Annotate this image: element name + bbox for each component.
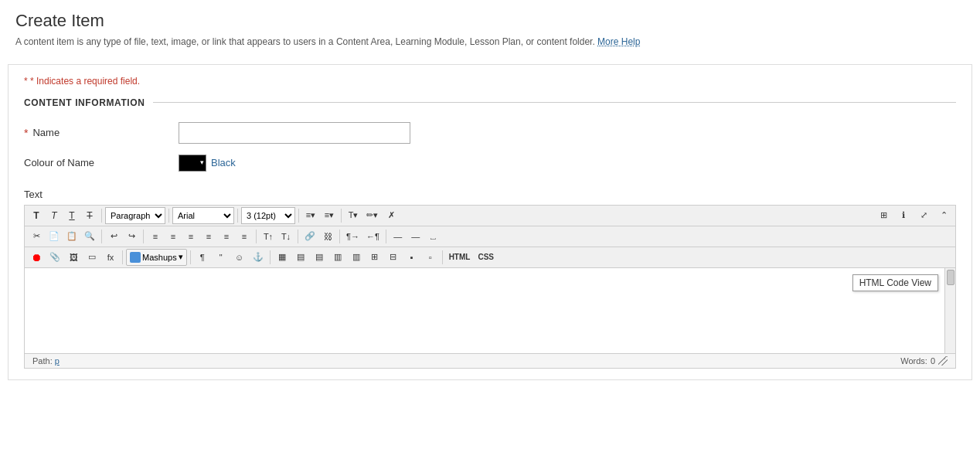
ordered-list-button[interactable]: ≡▾ (321, 207, 338, 224)
path-value[interactable]: p (55, 356, 60, 366)
paragraph-mark-button[interactable]: ¶ (194, 249, 211, 266)
sep-5 (341, 209, 342, 223)
align-right-button[interactable]: ≡ (182, 228, 199, 245)
main-panel: * * Indicates a required field. CONTENT … (8, 64, 972, 380)
sep-15 (442, 250, 443, 264)
more-help-link[interactable]: More Help (597, 36, 640, 47)
align-left-button[interactable]: ≡ (147, 228, 164, 245)
text-label: Text (24, 189, 956, 200)
blockquote-in-button[interactable]: ¶→ (343, 228, 362, 245)
size-select[interactable]: 3 (12pt) 1 (8pt) 2 (10pt) 4 (14pt) (241, 207, 295, 224)
italic-button[interactable]: T (46, 207, 63, 224)
underline-button[interactable]: T (63, 207, 80, 224)
superscript-button[interactable]: T↑ (260, 228, 277, 245)
copy-document-button[interactable]: 📄 (46, 228, 63, 245)
resize-handle[interactable] (938, 356, 948, 366)
section-title: CONTENT INFORMATION (24, 97, 145, 108)
history-group: ↩ ↪ (105, 228, 140, 245)
blockquote-button[interactable]: " (213, 249, 230, 266)
strikethrough-button[interactable]: T (81, 207, 98, 224)
font-select[interactable]: Arial Times New Roman Courier New (172, 207, 234, 224)
collapse-button[interactable]: ⌃ (935, 207, 952, 224)
indent-button[interactable]: ≡ (218, 228, 235, 245)
link-group: 🔗 ⛓ (301, 228, 336, 245)
align-justify-button[interactable]: ≡ (200, 228, 217, 245)
hr2-button[interactable]: — (407, 228, 424, 245)
sep-10 (339, 230, 340, 243)
sep-4 (298, 209, 299, 223)
anchor-button[interactable]: ⚓ (250, 249, 267, 266)
align-center-button[interactable]: ≡ (165, 228, 182, 245)
sep-12 (122, 250, 123, 264)
unordered-list-button[interactable]: ≡▾ (302, 207, 319, 224)
text-section: Text T T T T Paragraph Heading 1 Heading… (9, 189, 971, 369)
table-split-button[interactable]: ⊞ (366, 249, 383, 266)
attach-button[interactable]: 📎 (46, 249, 63, 266)
table-del-row-button[interactable]: ▫ (422, 249, 439, 266)
highlight-button[interactable]: ✏▾ (363, 207, 381, 224)
required-star: * (24, 76, 28, 87)
image-button[interactable]: 🖼 (65, 249, 82, 266)
name-input[interactable] (179, 122, 410, 144)
toolbar-row-3: ⏺ 📎 🖼 ▭ fx Mashups ▾ ¶ " ☺ ⚓ ▦ ▤ ▤ (25, 247, 955, 268)
toolbar-row-1: T T T T Paragraph Heading 1 Heading 2 He… (25, 206, 955, 226)
preview-button[interactable]: ⊞ (875, 207, 892, 224)
table-row-before-button[interactable]: ▥ (329, 249, 346, 266)
words-label: Words: (900, 356, 927, 366)
outdent-button[interactable]: ≡ (236, 228, 253, 245)
sep-3 (237, 209, 238, 223)
paste-button[interactable]: 📋 (63, 228, 80, 245)
find-button[interactable]: 🔍 (81, 228, 98, 245)
table-button[interactable]: ▦ (274, 249, 291, 266)
table-merge-button[interactable]: ⊟ (385, 249, 402, 266)
text-format-button[interactable]: T▾ (345, 207, 362, 224)
css-button[interactable]: CSS (475, 249, 497, 266)
emoticon-button[interactable]: ☺ (231, 249, 248, 266)
vertical-scrollbar[interactable] (944, 268, 955, 353)
subscript-button[interactable]: T↓ (277, 228, 294, 245)
mashups-arrow: ▾ (179, 252, 183, 262)
hr-group: — — ⎵ (390, 228, 442, 245)
form-area: * Name Colour of Name ▾ Black (9, 122, 971, 189)
blockquote-out-button[interactable]: ←¶ (363, 228, 383, 245)
sep-9 (298, 230, 298, 243)
fullscreen-button[interactable]: ⤢ (915, 207, 932, 224)
redo-button[interactable]: ↪ (123, 228, 140, 245)
align-group: ≡ ≡ ≡ ≡ ≡ ≡ (147, 228, 253, 245)
page-title: Create Item (15, 11, 965, 31)
record-button[interactable]: ⏺ (28, 249, 45, 266)
sep-13 (190, 250, 191, 264)
media-button[interactable]: ▭ (83, 249, 100, 266)
editor-container: T T T T Paragraph Heading 1 Heading 2 He… (24, 205, 956, 369)
page-header: Create Item A content item is any type o… (0, 0, 980, 56)
table-col-after-button[interactable]: ▤ (311, 249, 328, 266)
colour-name-label[interactable]: Black (211, 157, 236, 168)
sep-11 (386, 230, 386, 243)
editor-scroll-area: HTML Code View (25, 268, 955, 353)
formula-button[interactable]: fx (102, 249, 119, 266)
bold-button[interactable]: T (28, 207, 45, 224)
insert-link-button[interactable]: 🔗 (301, 228, 318, 245)
table-col-before-button[interactable]: ▤ (292, 249, 309, 266)
editor-content[interactable]: HTML Code View (25, 268, 955, 353)
html-button[interactable]: HTML (446, 249, 474, 266)
sep-7 (143, 230, 144, 243)
info-button[interactable]: ℹ (895, 207, 912, 224)
toolbar-row-2: ✂ 📄 📋 🔍 ↩ ↪ ≡ ≡ ≡ ≡ ≡ ≡ (25, 226, 955, 247)
table-row-after-button[interactable]: ▥ (348, 249, 365, 266)
table-del-col-button[interactable]: ▪ (403, 249, 420, 266)
name-label-wrap: * Name (24, 127, 179, 139)
colour-swatch-button[interactable]: ▾ (179, 155, 206, 172)
nonbreak-button[interactable]: ⎵ (425, 228, 442, 245)
mashup-icon (130, 252, 141, 263)
hr-button[interactable]: — (390, 228, 407, 245)
colour-dropdown-arrow: ▾ (200, 159, 204, 166)
eraser-button[interactable]: ✗ (383, 207, 400, 224)
mashups-button[interactable]: Mashups ▾ (126, 249, 187, 266)
cut-button[interactable]: ✂ (28, 228, 45, 245)
page-subtitle: A content item is any type of file, text… (15, 36, 965, 49)
remove-link-button[interactable]: ⛓ (319, 228, 336, 245)
undo-button[interactable]: ↩ (105, 228, 122, 245)
paragraph-select[interactable]: Paragraph Heading 1 Heading 2 Heading 3 (105, 207, 165, 224)
scrollbar-thumb[interactable] (947, 270, 954, 285)
